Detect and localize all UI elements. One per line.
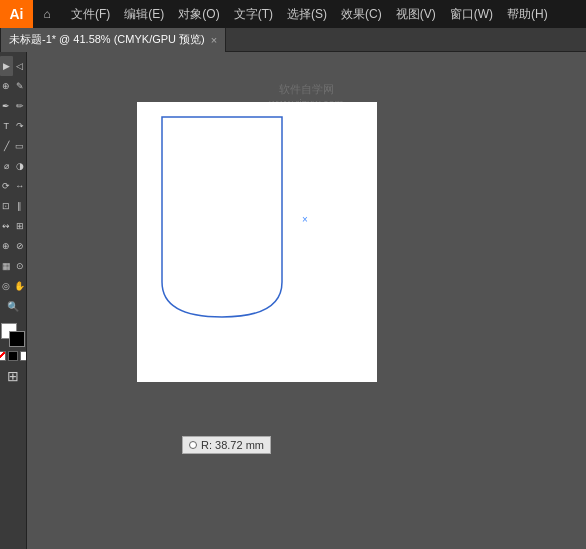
canvas-area[interactable]: 软件自学网 www.rjzxw.com × R: 38.72 mm [27, 52, 586, 549]
tool-row: ◎✋ [0, 276, 26, 296]
touch-type-tool[interactable]: ↷ [14, 116, 27, 136]
tool-row: ╱▭ [0, 136, 26, 156]
width-tool[interactable]: ↭ [0, 216, 13, 236]
tooltip-text: R: 38.72 mm [201, 439, 264, 451]
pencil-tool[interactable]: ✏ [14, 96, 27, 116]
graph-tool[interactable]: ▦ [0, 256, 13, 276]
menu-bar: 文件(F)编辑(E)对象(O)文字(T)选择(S)效果(C)视图(V)窗口(W)… [61, 4, 586, 25]
main-area: ▶◁⊕✎✒✏T↷╱▭⌀◑⟳↔⊡∥↭⊞⊕⊘▦⊙◎✋🔍 ⊞ 软件自学网 www.rj… [0, 52, 586, 549]
toolbar: ▶◁⊕✎✒✏T↷╱▭⌀◑⟳↔⊡∥↭⊞⊕⊘▦⊙◎✋🔍 ⊞ [0, 52, 27, 549]
menu-item-文字[interactable]: 文字(T) [228, 4, 279, 25]
tab-close-button[interactable]: × [211, 34, 217, 46]
ai-logo: Ai [0, 0, 33, 28]
line-segment-tool[interactable]: ╱ [0, 136, 13, 156]
tool-row: ▦⊙ [0, 256, 26, 276]
menu-item-帮助[interactable]: 帮助(H) [501, 4, 554, 25]
blob-brush-tool[interactable]: ◑ [14, 156, 27, 176]
shape-builder-tool[interactable]: ⊕ [0, 236, 13, 256]
tab-label: 未标题-1* @ 41.58% (CMYK/GPU 预览) [9, 32, 205, 47]
scale-tool[interactable]: ⊡ [0, 196, 13, 216]
menu-item-编辑[interactable]: 编辑(E) [118, 4, 170, 25]
tool-row: ⊕✎ [0, 76, 26, 96]
tool-row: ↭⊞ [0, 216, 26, 236]
shear-tool[interactable]: ∥ [14, 196, 27, 216]
free-transform-tool[interactable]: ⊞ [14, 216, 27, 236]
watermark-line1: 软件自学网 [269, 82, 344, 97]
tool-row: ✒✏ [0, 96, 26, 116]
mesh-tool[interactable]: ⊙ [14, 256, 27, 276]
magic-wand-tool[interactable]: ✎ [14, 76, 27, 96]
tool-row: ⊡∥ [0, 196, 26, 216]
rectangle-tool[interactable]: ▭ [14, 136, 27, 156]
type-tool[interactable]: T [0, 116, 13, 136]
menu-item-视图[interactable]: 视图(V) [390, 4, 442, 25]
menu-item-对象[interactable]: 对象(O) [172, 4, 225, 25]
hand-tool[interactable]: ✋ [14, 276, 27, 296]
menu-item-效果[interactable]: 效果(C) [335, 4, 388, 25]
stroke-swatch[interactable] [9, 331, 25, 347]
radius-tooltip: R: 38.72 mm [182, 436, 271, 454]
menu-item-选择[interactable]: 选择(S) [281, 4, 333, 25]
direct-select-tool[interactable]: ◁ [14, 56, 27, 76]
tooltip-icon [189, 441, 197, 449]
tool-row: ▶◁ [0, 56, 26, 76]
white-swatch[interactable] [20, 351, 27, 361]
shape-path [162, 117, 282, 317]
active-tab[interactable]: 未标题-1* @ 41.58% (CMYK/GPU 预览) × [0, 28, 226, 52]
bottom-tools: ⊞ [0, 366, 26, 386]
titlebar: Ai ⌂ 文件(F)编辑(E)对象(O)文字(T)选择(S)效果(C)视图(V)… [0, 0, 586, 28]
color-area [0, 321, 26, 363]
tool-row: ⌀◑ [0, 156, 26, 176]
black-swatch[interactable] [8, 351, 18, 361]
select-tool[interactable]: ▶ [0, 56, 13, 76]
reflect-tool[interactable]: ↔ [14, 176, 27, 196]
menu-item-窗口[interactable]: 窗口(W) [444, 4, 499, 25]
screen-mode-button[interactable]: ⊞ [0, 366, 26, 386]
group-select-tool[interactable]: ⊕ [0, 76, 13, 96]
paintbrush-tool[interactable]: ⌀ [0, 156, 13, 176]
home-button[interactable]: ⌂ [33, 0, 61, 28]
tool-row: ⊕⊘ [0, 236, 26, 256]
live-paint-tool[interactable]: ⊘ [14, 236, 27, 256]
rotate-tool[interactable]: ⟳ [0, 176, 13, 196]
pen-tool[interactable]: ✒ [0, 96, 13, 116]
toolbar-tools: ▶◁⊕✎✒✏T↷╱▭⌀◑⟳↔⊡∥↭⊞⊕⊘▦⊙◎✋🔍 [0, 56, 26, 316]
none-swatch[interactable] [0, 351, 6, 361]
swatch-row [0, 351, 27, 361]
artboard: × [137, 102, 377, 382]
tool-row: ⟳↔ [0, 176, 26, 196]
shape-svg [137, 102, 377, 382]
tool-row: T↷ [0, 116, 26, 136]
menu-item-文件[interactable]: 文件(F) [65, 4, 116, 25]
zoom-tool[interactable]: 🔍 [0, 296, 26, 316]
fill-stroke-swatches[interactable] [1, 323, 25, 349]
blend-tool[interactable]: ◎ [0, 276, 13, 296]
tabbar: 未标题-1* @ 41.58% (CMYK/GPU 预览) × [0, 28, 586, 52]
